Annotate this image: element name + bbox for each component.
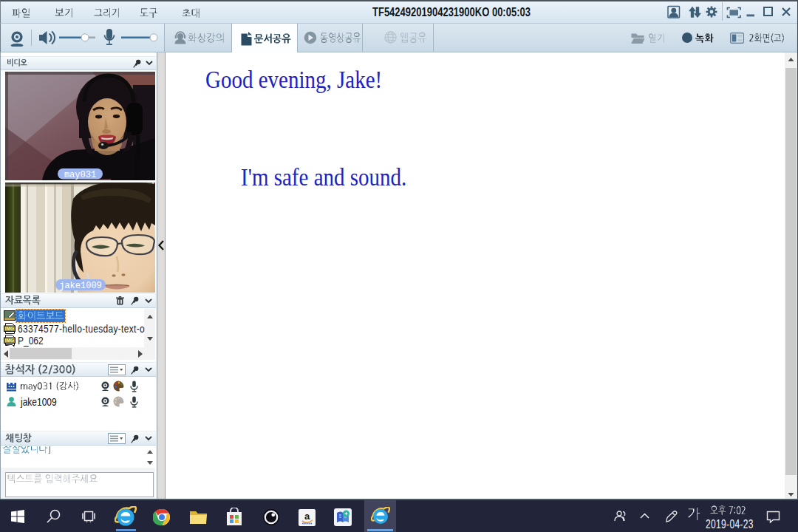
svg-text:a: a xyxy=(304,511,310,522)
svg-text:may031: may031 xyxy=(64,170,96,180)
svg-text:jake1009: jake1009 xyxy=(59,281,102,291)
svg-text:IMG: IMG xyxy=(5,338,14,343)
svg-text:IMG: IMG xyxy=(5,326,14,331)
